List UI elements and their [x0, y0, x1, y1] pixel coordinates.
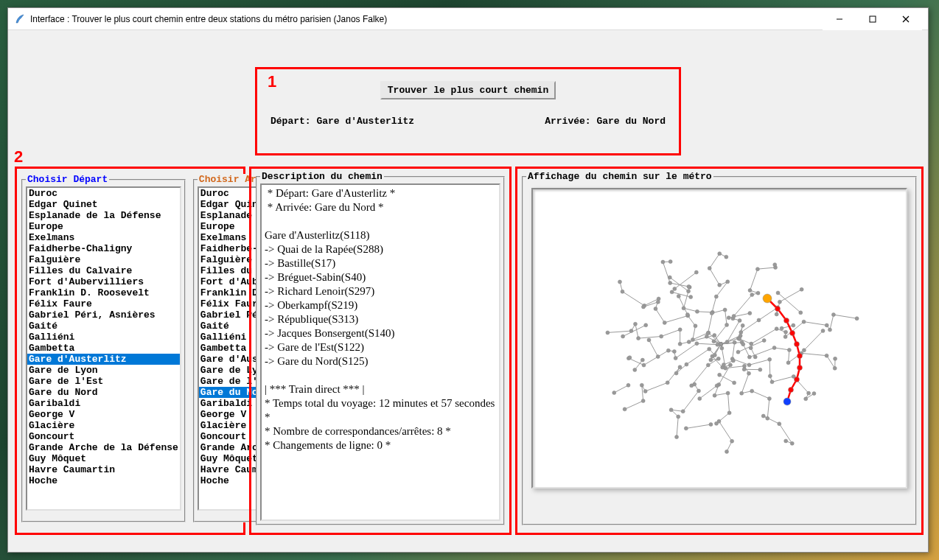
svg-point-145: [672, 349, 676, 353]
svg-line-161: [661, 329, 680, 336]
svg-point-255: [773, 263, 777, 267]
svg-point-65: [761, 414, 765, 418]
svg-point-278: [738, 337, 741, 340]
list-item[interactable]: Exelmans: [27, 232, 180, 243]
svg-line-60: [767, 399, 769, 419]
svg-line-182: [655, 309, 664, 323]
titlebar[interactable]: Interface : Trouver le plus court chemin…: [8, 8, 928, 30]
svg-point-212: [661, 260, 665, 264]
svg-line-317: [686, 424, 711, 428]
svg-line-332: [614, 385, 628, 393]
svg-point-114: [675, 435, 679, 439]
list-item[interactable]: Duroc: [27, 188, 180, 199]
list-item[interactable]: Fort d'Aubervilliers: [27, 276, 180, 287]
svg-line-228: [710, 268, 719, 285]
list-item[interactable]: Gare du Nord: [27, 387, 180, 398]
list-item[interactable]: Galliéni: [27, 332, 180, 343]
svg-point-271: [778, 300, 781, 304]
list-item[interactable]: Félix Faure: [27, 298, 180, 309]
svg-point-284: [784, 330, 788, 334]
svg-line-8: [743, 344, 750, 357]
svg-point-9: [741, 343, 745, 346]
svg-point-177: [691, 337, 694, 341]
svg-point-149: [642, 363, 646, 367]
list-item[interactable]: Gabriel Péri, Asnières: [27, 309, 180, 321]
svg-point-252: [755, 267, 759, 271]
list-item[interactable]: Hoche: [27, 475, 180, 486]
svg-line-33: [769, 360, 770, 377]
svg-point-109: [681, 410, 685, 413]
svg-line-31: [749, 360, 769, 365]
svg-point-343: [780, 326, 783, 330]
list-item[interactable]: Gare de Lyon: [27, 365, 180, 376]
list-item[interactable]: Gare d'Austerlitz: [27, 354, 180, 365]
svg-line-299: [670, 277, 688, 291]
window-title: Interface : Trouver le plus court chemin…: [30, 14, 823, 24]
list-item[interactable]: Edgar Quinet: [27, 199, 180, 210]
svg-point-183: [663, 321, 666, 324]
svg-point-369: [797, 354, 803, 359]
svg-line-138: [697, 343, 717, 345]
list-item[interactable]: Glacière: [27, 420, 180, 431]
svg-point-128: [666, 381, 669, 385]
svg-point-313: [742, 368, 746, 371]
svg-point-202: [695, 309, 699, 313]
list-item[interactable]: Grande Arche de la Défense: [27, 442, 180, 453]
svg-line-58: [752, 391, 769, 399]
minimize-button[interactable]: [823, 8, 856, 30]
content-area: 1 Trouver le plus court chemin Départ: G…: [8, 30, 928, 552]
svg-point-82: [713, 393, 716, 397]
svg-point-227: [726, 280, 730, 284]
list-item[interactable]: Gaité: [27, 321, 180, 332]
svg-point-319: [684, 427, 688, 430]
list-item[interactable]: Falguière: [27, 254, 180, 265]
svg-point-185: [654, 307, 657, 310]
depart-listbox[interactable]: DurocEdgar QuinetEsplanade de la Défense…: [26, 186, 181, 511]
list-item[interactable]: Faidherbe-Chaligny: [27, 243, 180, 254]
svg-point-328: [718, 373, 722, 377]
svg-point-229: [718, 283, 722, 287]
svg-point-348: [748, 312, 752, 315]
svg-point-217: [712, 340, 716, 343]
list-item[interactable]: Goncourt: [27, 431, 180, 442]
svg-line-320: [804, 331, 823, 350]
svg-point-292: [828, 328, 831, 332]
svg-point-198: [706, 332, 710, 335]
list-item[interactable]: Filles du Calvaire: [27, 265, 180, 276]
svg-line-125: [668, 367, 680, 382]
svg-point-168: [633, 322, 637, 326]
svg-point-69: [790, 441, 794, 445]
svg-point-105: [693, 382, 697, 386]
close-button[interactable]: [889, 8, 922, 30]
svg-point-57: [740, 391, 744, 395]
list-item[interactable]: Esplanade de la Défense: [27, 210, 180, 221]
svg-point-162: [678, 328, 682, 332]
list-item[interactable]: Franklin D. Roosevelt: [27, 287, 180, 298]
list-item[interactable]: George V: [27, 409, 180, 420]
svg-point-349: [727, 316, 730, 320]
list-item[interactable]: Guy Môquet: [27, 453, 180, 464]
svg-point-269: [775, 312, 778, 316]
svg-line-163: [638, 337, 661, 339]
svg-point-59: [750, 389, 754, 393]
svg-point-21: [825, 354, 828, 357]
svg-line-329: [649, 340, 657, 357]
description-text[interactable]: * Départ: Gare d'Austerlitz * * Arrivée:…: [260, 183, 500, 521]
svg-line-218: [725, 309, 727, 324]
list-item[interactable]: Havre Caumartin: [27, 464, 180, 475]
metro-map-canvas[interactable]: [531, 188, 907, 489]
svg-line-112: [677, 416, 678, 437]
find-path-button[interactable]: Trouver le plus court chemin: [380, 81, 556, 99]
svg-point-231: [708, 267, 711, 270]
list-item[interactable]: Garibaldi: [27, 398, 180, 409]
svg-line-37: [772, 377, 794, 382]
svg-line-222: [712, 296, 716, 313]
svg-point-67: [778, 422, 781, 426]
maximize-button[interactable]: [856, 8, 889, 30]
list-item[interactable]: Gambetta: [27, 343, 180, 354]
list-item[interactable]: Gare de l'Est: [27, 376, 180, 387]
window-controls: [823, 8, 922, 30]
list-item[interactable]: Europe: [27, 221, 180, 232]
svg-point-297: [689, 295, 693, 299]
svg-point-192: [618, 280, 621, 284]
